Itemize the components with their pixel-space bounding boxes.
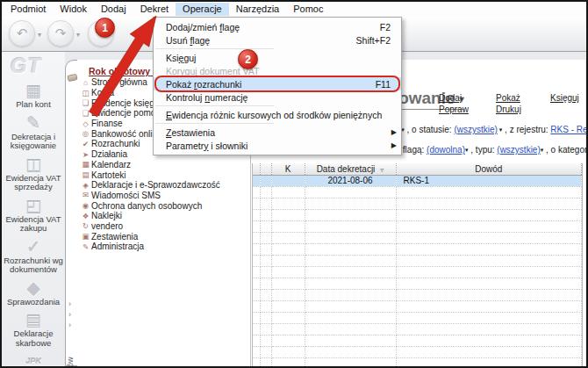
nav-arrow-button[interactable]: ↶ xyxy=(9,20,35,47)
col-flag[interactable] xyxy=(260,163,271,175)
annotation-badge-1: 1 xyxy=(95,18,115,38)
chevron-right-icon[interactable]: › xyxy=(68,320,71,330)
tree-item[interactable]: ✉ Wiadomości SMS xyxy=(80,191,250,201)
table-row-empty[interactable] xyxy=(253,346,582,357)
tree-item-label: Administracja xyxy=(91,242,144,251)
cell-empty xyxy=(253,198,260,209)
table-row-empty[interactable] xyxy=(253,266,582,278)
table-row-empty[interactable] xyxy=(253,300,582,312)
filter-segment[interactable]: , typu: xyxy=(469,145,498,155)
cell-empty xyxy=(271,255,305,266)
menu-item[interactable]: Księguj ▶ xyxy=(154,51,401,64)
cell-empty xyxy=(396,220,582,232)
menubar-item[interactable]: Dekret xyxy=(133,3,176,16)
menu-item-label: Koryguj dokument VAT xyxy=(166,66,384,76)
col-dowod[interactable]: Dowód xyxy=(396,163,582,175)
table-row-empty[interactable] xyxy=(253,220,582,232)
menubar-item[interactable]: Podmiot xyxy=(4,3,53,16)
sidebar-item[interactable]: ▦ Plan kont xyxy=(2,82,65,110)
cell-empty xyxy=(271,300,305,312)
tree-item[interactable]: ✎ Administracja xyxy=(80,242,250,252)
sidebar: GT ▦ Plan kont ✎ Dekretacja i księgowani… xyxy=(2,52,65,366)
menu-item[interactable]: Parametry i słowniki ▶ xyxy=(154,139,401,152)
menu-item[interactable]: Koryguj dokument VAT ▶ xyxy=(154,64,401,77)
action-link[interactable]: Dodaj xyxy=(439,93,496,105)
chevron-down-icon[interactable]: ▾ xyxy=(76,31,80,39)
table-row-empty[interactable] xyxy=(253,186,582,198)
strip-chevrons: › › › xyxy=(68,299,71,330)
menubar-item[interactable]: Pomoc xyxy=(286,3,330,16)
sidebar-items: ▦ Plan kont ✎ Dekretacja i księgowanie ◫… xyxy=(2,82,65,366)
table-row-empty[interactable] xyxy=(253,289,582,300)
tree-item[interactable]: ◉ Ochrona danych osobowych xyxy=(80,200,250,211)
filter-segment[interactable]: , o statusie: xyxy=(405,125,455,134)
cell-empty xyxy=(260,346,271,357)
chevron-down-icon[interactable]: ▾ xyxy=(38,31,41,39)
sidebar-item[interactable]: ▤ Deklaracje skarbowe xyxy=(2,311,65,348)
menu-item[interactable]: Dodaj/zmień flagę F2 ▶ xyxy=(154,20,401,33)
tree-item-label: Zestawienia xyxy=(91,232,138,242)
menu-item[interactable]: Zestawienia ▶ xyxy=(154,126,401,139)
action-link[interactable]: Księguj xyxy=(550,93,579,105)
table-row-empty[interactable] xyxy=(253,198,582,209)
sidebar-item[interactable]: ✓ Rozrachunki wg dokumentów xyxy=(2,238,65,275)
filter-segment[interactable]: , o kategorii: xyxy=(543,145,588,155)
filter-segment[interactable]: (dowolna) xyxy=(427,145,465,155)
action-link[interactable]: Popraw xyxy=(439,105,496,116)
table-row-empty[interactable] xyxy=(253,255,582,266)
chevron-right-icon[interactable]: › xyxy=(68,299,71,309)
tree-item[interactable]: ❖ Naklejki xyxy=(80,211,250,221)
sidebar-item[interactable]: ◆ Sprawozdania xyxy=(2,279,65,307)
cell-empty xyxy=(253,300,260,312)
filter-segment[interactable]: (wszystkie) xyxy=(497,145,540,155)
table-row-empty[interactable] xyxy=(253,312,582,323)
tree-item-icon: ❖ xyxy=(80,212,91,220)
sidebar-item[interactable]: ◫ Ewidencja VAT sprzedaży xyxy=(2,155,65,192)
tree-item[interactable]: ▦ Kalendarz xyxy=(80,160,250,170)
table-row-empty[interactable] xyxy=(253,323,582,335)
table-row-empty[interactable] xyxy=(253,209,582,220)
menu-item-shortcut: Shift+F2 xyxy=(356,35,391,46)
chevron-right-icon[interactable]: › xyxy=(68,309,71,320)
cell-empty xyxy=(396,346,582,357)
table-row-empty[interactable] xyxy=(253,243,582,255)
filter-segment[interactable]: RKS - Rejest xyxy=(550,125,588,134)
tree-item-icon: ▣ xyxy=(80,232,91,241)
table-row-empty[interactable] xyxy=(253,232,582,243)
sort-icon: ▿ xyxy=(380,166,384,174)
tree-item-label: Konta xyxy=(91,88,114,97)
col-data-dekretacji[interactable]: Data dekretacji▿ xyxy=(305,163,396,175)
menu-item[interactable]: Usuń flagę Shift+F2 ▶ xyxy=(154,33,401,47)
sidebar-item[interactable]: ✎ Dekretacja i księgowanie xyxy=(2,114,65,151)
sidebar-item[interactable]: JPK e-Sprawozdaw. xyxy=(2,352,65,366)
table-row-empty[interactable] xyxy=(253,278,582,289)
col-indicator[interactable] xyxy=(253,163,260,175)
module-icon: ✎ xyxy=(26,114,40,133)
nav-arrow-button[interactable]: ↷ xyxy=(47,20,74,47)
tree-item-label: Strona główna xyxy=(91,77,147,87)
sidebar-item[interactable]: ◰ Ewidencja VAT zakupu xyxy=(2,197,65,234)
action-link[interactable]: Pokaż xyxy=(496,93,550,105)
tree-item[interactable]: ▣ Zestawienia xyxy=(80,231,250,242)
table-row-empty[interactable] xyxy=(253,335,582,346)
action-link[interactable]: Drukuj xyxy=(496,105,550,116)
menu-item[interactable]: Kontroluj numerację ▶ xyxy=(154,90,401,104)
menu-item[interactable]: Ewidencja różnic kursowych od środków pi… xyxy=(154,108,401,121)
table-row-empty[interactable] xyxy=(253,357,582,366)
filter-segment[interactable]: , z rejestru: xyxy=(502,125,550,134)
filter-segment[interactable]: (wszystkie) xyxy=(454,125,497,134)
strip-vertical-label[interactable]: łów xyxy=(66,334,76,368)
menu-item[interactable]: Pokaż rozrachunki F11 ▶ xyxy=(154,77,401,90)
table-row[interactable]: 2021-08-06 RKS-1 xyxy=(253,175,582,186)
tree-item[interactable]: ▤ Kartoteki xyxy=(80,170,250,180)
menubar-item[interactable]: Dodaj xyxy=(94,3,133,16)
menubar-item[interactable]: Operacje xyxy=(176,3,229,16)
cell-empty xyxy=(396,312,582,323)
eraser-icon xyxy=(67,74,77,82)
col-k[interactable]: K xyxy=(271,163,305,175)
menubar-item[interactable]: Narzędzia xyxy=(229,3,287,16)
menubar-item[interactable]: Widok xyxy=(53,3,94,16)
tree-item[interactable]: ◈ Deklaracje i e-Sprawozdawczość xyxy=(80,180,250,191)
tree-item[interactable]: ↻ vendero xyxy=(80,221,250,232)
fiscal-year-link[interactable]: Rok obrotowy - xyxy=(89,66,155,76)
